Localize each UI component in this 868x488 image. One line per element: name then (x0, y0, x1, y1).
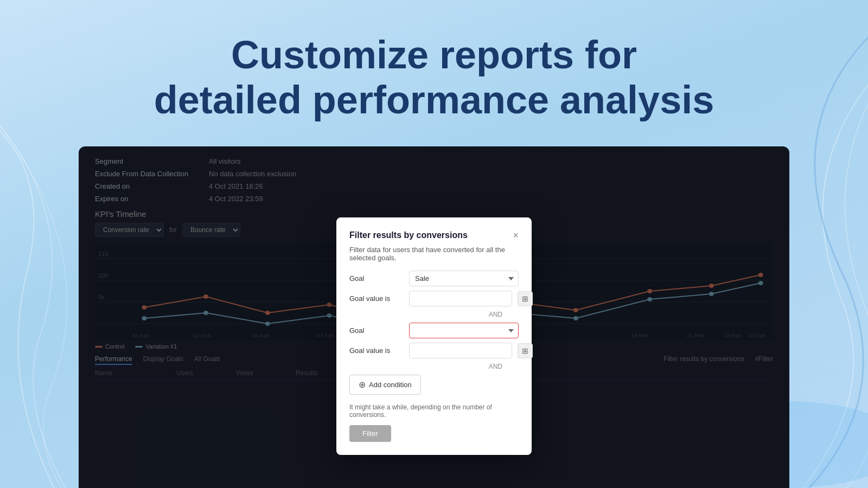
goal1-select[interactable]: Sale (409, 271, 519, 286)
add-condition-label: Add condition (369, 381, 412, 389)
add-condition-button[interactable]: ⊕ Add condition (349, 375, 421, 395)
filter-modal: Filter results by conversions × Filter d… (336, 217, 532, 455)
goal2-select[interactable] (409, 323, 519, 338)
goal-value2-input[interactable] (409, 343, 512, 358)
app-window: Segment All visitors Exclude From Data C… (79, 146, 789, 488)
goal-value2-label: Goal value is (349, 346, 404, 355)
goal-value1-icon-btn[interactable]: ⊞ (518, 291, 533, 306)
modal-header: Filter results by conversions × (349, 230, 519, 240)
goal-value1-label: Goal value is (349, 294, 404, 303)
goal-value1-input[interactable] (409, 291, 512, 306)
goal2-row: Goal (349, 323, 519, 338)
goal-value2-icon-btn[interactable]: ⊞ (518, 343, 533, 358)
plus-icon: ⊕ (359, 380, 366, 390)
and-label-1: AND (349, 311, 519, 318)
hero-title: Customize reports for detailed performan… (0, 33, 868, 123)
goal-value1-row: Goal value is ⊞ (349, 291, 519, 306)
goal1-label: Goal (349, 274, 404, 282)
goal1-row: Goal Sale (349, 271, 519, 286)
modal-description: Filter data for users that have converte… (349, 246, 519, 262)
modal-footer-note: It might take a while, depending on the … (349, 403, 519, 419)
and-label-2: AND (349, 363, 519, 370)
goal-value2-row: Goal value is ⊞ (349, 343, 519, 358)
modal-title: Filter results by conversions (349, 230, 468, 240)
modal-close-button[interactable]: × (513, 230, 519, 240)
goal2-label: Goal (349, 326, 404, 335)
filter-button[interactable]: Filter (349, 425, 391, 442)
